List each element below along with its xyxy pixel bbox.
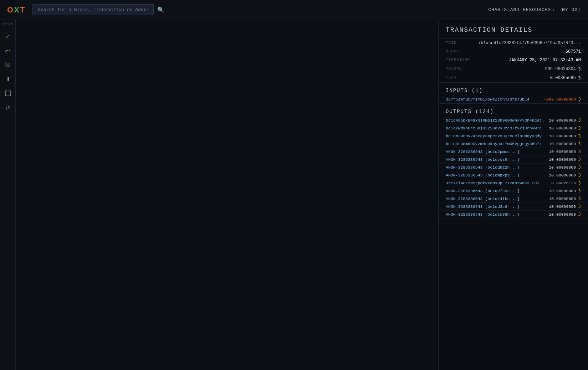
output-row-12[interactable]: ANON-3286336543 [bc1qtu88h...] 10.000000… bbox=[439, 211, 588, 219]
input-address-0[interactable]: 36Yf5zAfGLvY1mB1XpwsZ1thjX3fkTubL4 bbox=[446, 97, 540, 102]
outputs-section-header: OUTPUTS (124) bbox=[439, 103, 588, 117]
header: OXT 🔍 CHARTS AND RESOURCES ▾ MY OXT bbox=[0, 0, 588, 20]
output-row-6[interactable]: ANON-3286336543 [bc1qghz2h...] 10.000000… bbox=[439, 164, 588, 171]
output-amount-8: 0.00026126 ₿ bbox=[551, 181, 581, 185]
output-amount-9: 10.00000000 ₿ bbox=[549, 189, 581, 193]
dropdown-arrow-icon: ▾ bbox=[552, 8, 555, 12]
inputs-section-header: INPUTS (1) bbox=[439, 82, 588, 96]
output-row-5[interactable]: ANON-3286336543 [bc1qyss9r...] 10.000000… bbox=[439, 156, 588, 164]
output-row-3[interactable]: bc1q0ru8md90vzm4cckhyaxz7w05vpgsgy85h7x.… bbox=[439, 140, 588, 148]
logo[interactable]: OXT bbox=[7, 5, 25, 15]
eye-off-tool-button[interactable] bbox=[1, 58, 14, 71]
path-tool-button[interactable] bbox=[1, 44, 14, 57]
search-button[interactable]: 🔍 bbox=[154, 4, 168, 16]
output-address-10[interactable]: ANON-3286336543 [bc1qk4lhc...] bbox=[446, 196, 545, 201]
output-address-8[interactable]: 35YxYi481zN5rpdkvkcMx8pF7zZKNzWm5Y (U) bbox=[446, 181, 548, 185]
graph-visualization[interactable] bbox=[16, 20, 123, 73]
output-address-3[interactable]: bc1q0ru8md90vzm4cckhyaxz7w05vpgsgy85h7x.… bbox=[446, 142, 545, 146]
timestamp-value: JANUARY 25, 2021 07:33:43 AM bbox=[509, 58, 581, 63]
output-address-11[interactable]: ANON-3286336543 [bc1qd3c6r...] bbox=[446, 204, 545, 209]
output-row-1[interactable]: bc1qkwd9h8re38ju3228dvv3zc37f9kj3chvw7e.… bbox=[439, 124, 588, 132]
output-address-12[interactable]: ANON-3286336543 [bc1qtu88h...] bbox=[446, 212, 545, 217]
tx-detail-txid: TXID 7b1ace41c229282f4779e9396e719aa0578… bbox=[439, 39, 588, 47]
block-label: BLOCK bbox=[446, 49, 478, 53]
volume-label: VOLUME bbox=[446, 66, 478, 71]
canvas-area: TOOLS ✓ ⏸ ↺ bbox=[0, 20, 588, 370]
output-row-10[interactable]: ANON-3286336543 [bc1qk4lhc...] 10.000000… bbox=[439, 195, 588, 203]
output-amount-7: 10.00000000 ₿ bbox=[549, 173, 581, 178]
output-row-4[interactable]: ANON-3286336543 [bc1q2pmcc...] 10.000000… bbox=[439, 148, 588, 156]
nav-right: CHARTS AND RESOURCES ▾ MY OXT bbox=[488, 7, 581, 12]
output-amount-3: 10.00000000 ₿ bbox=[549, 142, 581, 146]
output-row-2[interactable]: bc1qm3vchv245egyumpe2vc3yrx8clp2mqyyqdy.… bbox=[439, 132, 588, 140]
output-address-7[interactable]: ANON-3286336543 [bc1qmpxpv...] bbox=[446, 173, 545, 178]
nav-charts-resources[interactable]: CHARTS AND RESOURCES ▾ bbox=[488, 7, 555, 12]
output-amount-0: 10.00000000 ₿ bbox=[549, 118, 581, 123]
select-tool-button[interactable]: ✓ bbox=[1, 30, 14, 43]
output-address-2[interactable]: bc1qm3vchv245egyumpe2vc3yrx8clp2mqyyqdy.… bbox=[446, 134, 545, 138]
output-row-11[interactable]: ANON-3286336543 [bc1qd3c6r...] 10.000000… bbox=[439, 203, 588, 211]
reset-tool-button[interactable]: ↺ bbox=[1, 101, 14, 114]
fees-value: 0.00365696 ₿ bbox=[550, 75, 581, 81]
output-address-9[interactable]: ANON-3286336543 [bc1qefc3c...] bbox=[446, 189, 545, 193]
tools-label: TOOLS bbox=[2, 23, 13, 26]
output-row-9[interactable]: ANON-3286336543 [bc1qefc3c...] 10.000000… bbox=[439, 187, 588, 195]
tx-detail-fees: FEES 0.00365696 ₿ bbox=[439, 73, 588, 82]
search-input[interactable] bbox=[32, 4, 154, 15]
output-amount-11: 10.00000000 ₿ bbox=[549, 204, 581, 209]
search-bar: 🔍 bbox=[32, 4, 168, 16]
tools-sidebar: TOOLS ✓ ⏸ ↺ bbox=[0, 20, 16, 370]
output-address-4[interactable]: ANON-3286336543 [bc1q2pmcc...] bbox=[446, 149, 545, 154]
svg-rect-3 bbox=[5, 91, 10, 96]
tx-detail-timestamp: TIMESTAMP JANUARY 25, 2021 07:33:43 AM bbox=[439, 56, 588, 65]
block-value[interactable]: 667571 bbox=[566, 49, 581, 54]
fullscreen-tool-button[interactable] bbox=[1, 87, 14, 100]
tx-panel-header: TRANSACTION DETAILS bbox=[439, 20, 588, 39]
input-row-0[interactable]: 36Yf5zAfGLvY1mB1XpwsZ1thjX3fkTubL4 -999.… bbox=[439, 96, 588, 103]
transaction-panel: TRANSACTION DETAILS TXID 7b1ace41c229282… bbox=[438, 20, 588, 370]
output-amount-12: 10.00000000 ₿ bbox=[549, 212, 581, 217]
output-amount-6: 10.00000000 ₿ bbox=[549, 165, 581, 170]
output-address-6[interactable]: ANON-3286336543 [bc1qghz2h...] bbox=[446, 165, 545, 170]
timestamp-label: TIMESTAMP bbox=[446, 58, 478, 62]
output-row-7[interactable]: ANON-3286336543 [bc1qmpxpv...] 10.000000… bbox=[439, 171, 588, 179]
output-amount-2: 10.00000000 ₿ bbox=[549, 134, 581, 138]
fees-label: FEES bbox=[446, 75, 478, 79]
txid-value[interactable]: 7b1ace41c229282f4779e9396e719aa0578f3... bbox=[478, 41, 581, 46]
nav-my-oxt[interactable]: MY OXT bbox=[562, 7, 581, 12]
output-address-0[interactable]: bc1q495px849xsj0mpjz23h9e0hwnkvydh4kgut.… bbox=[446, 118, 545, 123]
volume-value: 999.99624304 ₿ bbox=[545, 66, 581, 72]
output-amount-5: 10.00000000 ₿ bbox=[549, 157, 581, 162]
output-amount-4: 10.00000000 ₿ bbox=[549, 149, 581, 154]
txid-label: TXID bbox=[446, 41, 478, 45]
output-address-1[interactable]: bc1qkwd9h8re38ju3228dvv3zc37f9kj3chvw7e.… bbox=[446, 126, 545, 130]
tx-panel-title: TRANSACTION DETAILS bbox=[446, 26, 581, 34]
tx-detail-block: BLOCK 667571 bbox=[439, 47, 588, 56]
output-amount-1: 10.00000000 ₿ bbox=[549, 126, 581, 130]
output-address-5[interactable]: ANON-3286336543 [bc1qyss9r...] bbox=[446, 157, 545, 162]
output-row-8[interactable]: 35YxYi481zN5rpdkvkcMx8pF7zZKNzWm5Y (U) 0… bbox=[439, 179, 588, 187]
tx-detail-volume: VOLUME 999.99624304 ₿ bbox=[439, 65, 588, 73]
output-row-0[interactable]: bc1q495px849xsj0mpjz23h9e0hwnkvydh4kgut.… bbox=[439, 117, 588, 124]
input-amount-0: -999.99990000 ₿ bbox=[544, 97, 581, 102]
pause-tool-button[interactable]: ⏸ bbox=[1, 73, 14, 86]
output-amount-10: 10.00000000 ₿ bbox=[549, 196, 581, 201]
